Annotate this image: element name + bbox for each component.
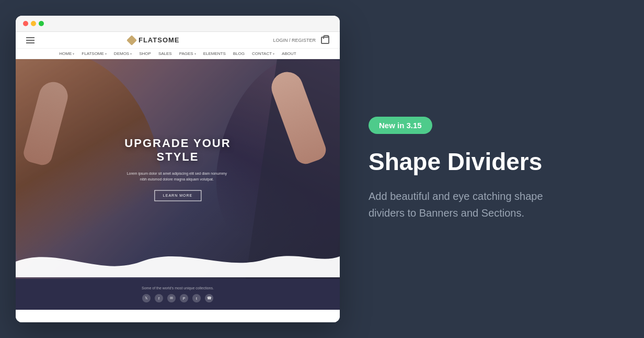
nav-flatsome[interactable]: FLATSOME ▾ bbox=[82, 51, 107, 56]
site-logo: FLATSOME bbox=[128, 36, 180, 44]
hero-cta-button[interactable]: LEARN MORE bbox=[154, 190, 201, 201]
nav-contact[interactable]: CONTACT ▾ bbox=[252, 51, 274, 56]
hero-text: UPGRADE YOUR STYLE Lorem ipsum dolor sit… bbox=[124, 137, 231, 201]
website-content: FLATSOME LOGIN / REGISTER HOME ▾ FLATSOM… bbox=[16, 32, 340, 322]
logo-text: FLATSOME bbox=[139, 36, 180, 44]
hero-title: UPGRADE YOUR STYLE bbox=[124, 137, 231, 164]
browser-chrome bbox=[16, 16, 340, 32]
wave-shape-divider bbox=[16, 235, 340, 279]
nav-right: LOGIN / REGISTER bbox=[273, 37, 329, 44]
login-text[interactable]: LOGIN / REGISTER bbox=[273, 38, 316, 43]
nav-elements[interactable]: ELEMENTS bbox=[203, 51, 226, 56]
minimize-dot bbox=[31, 21, 36, 26]
social-icons: 𝕏 f ✉ P t ☎ bbox=[26, 294, 329, 302]
hamburger-icon[interactable] bbox=[26, 37, 34, 43]
hero-subtitle: Lorem ipsum dolor sit amet adipiscing el… bbox=[124, 171, 229, 182]
site-footer: Some of the world's most unique collecti… bbox=[16, 279, 340, 310]
logo-diamond-icon bbox=[126, 35, 137, 46]
nav-pages[interactable]: PAGES ▾ bbox=[179, 51, 196, 56]
feature-title: Shape Dividers bbox=[369, 149, 615, 175]
site-navbar: FLATSOME LOGIN / REGISTER bbox=[16, 32, 340, 49]
nav-demos[interactable]: DEMOS ▾ bbox=[114, 51, 132, 56]
phone-icon[interactable]: ☎ bbox=[205, 294, 213, 302]
email-icon[interactable]: ✉ bbox=[167, 294, 176, 302]
nav-home[interactable]: HOME ▾ bbox=[59, 51, 74, 56]
close-dot bbox=[23, 21, 28, 26]
nav-about[interactable]: ABOUT bbox=[282, 51, 296, 56]
hero-section: UPGRADE YOUR STYLE Lorem ipsum dolor sit… bbox=[16, 59, 340, 279]
nav-sales[interactable]: SALES bbox=[158, 51, 172, 56]
facebook-icon[interactable]: f bbox=[155, 294, 163, 302]
browser-dots bbox=[23, 21, 44, 26]
pinterest-icon[interactable]: P bbox=[180, 294, 188, 302]
nav-shop[interactable]: SHOP bbox=[139, 51, 151, 56]
tumblr-icon[interactable]: t bbox=[192, 294, 201, 302]
nav-blog[interactable]: BLOG bbox=[233, 51, 245, 56]
cart-icon[interactable] bbox=[321, 37, 329, 44]
feature-description: Add beautiful and eye catching shape div… bbox=[369, 188, 578, 221]
site-nav-links: HOME ▾ FLATSOME ▾ DEMOS ▾ SHOP SALES PAG… bbox=[16, 49, 340, 59]
feature-panel: New in 3.15 Shape Dividers Add beautiful… bbox=[340, 0, 644, 338]
maximize-dot bbox=[39, 21, 44, 26]
browser-mockup: FLATSOME LOGIN / REGISTER HOME ▾ FLATSOM… bbox=[16, 16, 340, 322]
version-badge: New in 3.15 bbox=[369, 117, 432, 134]
twitter-icon[interactable]: 𝕏 bbox=[142, 294, 151, 302]
footer-tagline: Some of the world's most unique collecti… bbox=[26, 286, 329, 290]
